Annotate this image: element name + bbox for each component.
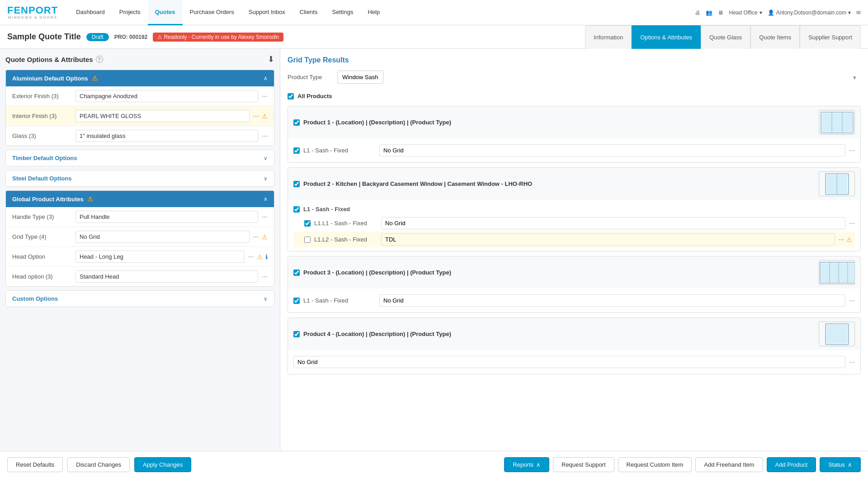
tab-supplier-support[interactable]: Supplier Support: [800, 25, 861, 49]
tab-quote-items[interactable]: Quote Items: [750, 25, 800, 49]
mail-icon[interactable]: ✉: [856, 9, 861, 16]
add-product-button[interactable]: Add Product: [767, 457, 816, 472]
svg-rect-3: [843, 113, 852, 132]
p4-menu-btn[interactable]: ···: [849, 358, 855, 366]
accordion-aluminium: Aluminium Default Options ⚠ ∧ Exterior F…: [5, 70, 274, 146]
apply-changes-button[interactable]: Apply Changes: [134, 457, 191, 472]
p1-l1-checkbox[interactable]: [293, 147, 300, 154]
all-products-checkbox[interactable]: [288, 93, 294, 99]
exterior-finish-menu-btn[interactable]: ···: [262, 92, 268, 100]
monitor-icon[interactable]: 🖥: [718, 9, 723, 16]
p2-l1l1-checkbox[interactable]: [304, 220, 311, 227]
p3-l1-checkbox[interactable]: [293, 298, 300, 304]
top-nav: FENPORT WINDOWS & DOORS Dashboard Projec…: [0, 0, 868, 25]
sash-row-p2-l1: L1 - Sash - Fixed: [293, 204, 855, 215]
head-office-selector[interactable]: Head Office ▾: [729, 9, 762, 16]
grid-type-value[interactable]: No Grid: [75, 231, 250, 243]
accordion-global-body: Handle Type (3) Pull Handle ··· Grid Typ…: [6, 207, 274, 286]
quote-readonly-warning: ⚠ Readonly - Currently in use by Alexey …: [153, 33, 283, 42]
help-icon[interactable]: ?: [96, 56, 103, 63]
sash-row-p2-l1l2: L1.L2 - Sash - Fixed ··· ⚠: [293, 232, 855, 247]
p1-l1-value[interactable]: [379, 144, 845, 156]
request-custom-item-button[interactable]: Request Custom Item: [618, 457, 692, 472]
product-4-thumbnail: [819, 322, 855, 346]
timber-chevron: ∨: [264, 155, 268, 161]
head-option-3-value[interactable]: Standard Head: [75, 270, 258, 283]
nav-projects[interactable]: Projects: [112, 0, 148, 25]
nav-dashboard[interactable]: Dashboard: [69, 0, 112, 25]
discard-changes-button[interactable]: Discard Changes: [67, 457, 130, 472]
tab-options-attributes[interactable]: Options & Attributes: [632, 25, 701, 49]
nav-purchase-orders[interactable]: Purchase Orders: [183, 0, 241, 25]
nav-quotes[interactable]: Quotes: [148, 0, 183, 25]
grid-type-menu-btn[interactable]: ···: [253, 233, 259, 241]
handle-type-actions: ···: [262, 213, 268, 221]
users-icon[interactable]: 👥: [706, 9, 712, 16]
interior-finish-menu-btn[interactable]: ···: [253, 112, 259, 120]
accordion-custom-header[interactable]: Custom Options ∨: [6, 291, 274, 307]
head-option-actions: ··· ⚠ ℹ: [248, 253, 268, 261]
p2-l1l2-value[interactable]: [381, 233, 835, 246]
p3-l1-label: L1 - Sash - Fixed: [303, 297, 376, 304]
interior-finish-value[interactable]: PEARL WHITE GLOSS: [75, 110, 250, 122]
quote-pro-number: PRO: 000192: [114, 34, 147, 40]
product-4-checkbox[interactable]: [293, 331, 300, 337]
p2-l1l2-checkbox[interactable]: [304, 237, 311, 243]
status-label: Status: [828, 461, 845, 468]
quote-tabs: Information Options & Attributes Quote G…: [585, 25, 861, 49]
print-icon[interactable]: 🖨: [695, 9, 700, 16]
p3-l1-value[interactable]: [379, 294, 845, 307]
product-3-checkbox[interactable]: [293, 270, 300, 276]
add-freehand-item-button[interactable]: Add Freehand Item: [695, 457, 763, 472]
product-type-label: Product Type: [288, 74, 333, 80]
accordion-timber-label: Timber Default Options: [12, 155, 77, 161]
p2-l1l1-menu-btn[interactable]: ···: [849, 219, 855, 227]
attr-row-interior-finish: Interior Finish (3) PEARL WHITE GLOSS ··…: [6, 106, 274, 126]
p2-l1l2-warn-icon: ⚠: [846, 236, 852, 243]
p3-l1-menu-btn[interactable]: ···: [849, 297, 855, 305]
exterior-finish-label: Exterior Finish (3): [12, 93, 75, 99]
tab-information[interactable]: Information: [585, 25, 632, 49]
product-2-checkbox[interactable]: [293, 181, 300, 187]
p2-l1-checkbox[interactable]: [293, 206, 300, 213]
bottom-right-buttons: Reports ∧ Request Support Request Custom…: [504, 457, 861, 472]
request-support-button[interactable]: Request Support: [553, 457, 614, 472]
accordion-steel-header[interactable]: Steel Default Options ∨: [6, 170, 274, 186]
interior-finish-label: Interior Finish (3): [12, 113, 75, 119]
download-icon[interactable]: ⬇: [268, 54, 274, 64]
p2-l1l2-menu-btn[interactable]: ···: [839, 236, 844, 244]
reset-defaults-button[interactable]: Reset Defaults: [7, 457, 63, 472]
nav-clients[interactable]: Clients: [292, 0, 325, 25]
p1-l1-menu-btn[interactable]: ···: [849, 147, 855, 155]
p2-l1l1-value[interactable]: [381, 217, 845, 229]
user-menu[interactable]: 👤 Antony.Dotson@domain.com ▾: [768, 9, 851, 16]
svg-rect-12: [830, 263, 838, 282]
status-button[interactable]: Status ∧: [820, 457, 861, 472]
head-option-menu-btn[interactable]: ···: [248, 253, 254, 261]
head-option-3-menu-btn[interactable]: ···: [262, 273, 268, 281]
p4-value[interactable]: [293, 356, 845, 368]
tab-quote-glass[interactable]: Quote Glass: [701, 25, 750, 49]
product-3-thumbnail: [819, 260, 855, 285]
handle-type-value[interactable]: Pull Handle: [75, 211, 258, 223]
product-block-2: Product 2 - Kitchen | Backyard Casement …: [288, 167, 861, 251]
reports-chevron: ∧: [536, 461, 541, 468]
glass-menu-btn[interactable]: ···: [262, 132, 268, 140]
accordion-aluminium-header[interactable]: Aluminium Default Options ⚠ ∧: [6, 70, 274, 86]
svg-rect-11: [821, 263, 829, 282]
product-1-checkbox[interactable]: [293, 119, 300, 126]
nav-help[interactable]: Help: [360, 0, 387, 25]
product-type-select[interactable]: Window Sash: [337, 71, 383, 84]
sash-row-p1-l1: L1 - Sash - Fixed ···: [293, 142, 855, 159]
accordion-timber-header[interactable]: Timber Default Options ∨: [6, 150, 274, 166]
handle-type-menu-btn[interactable]: ···: [262, 213, 268, 221]
nav-settings[interactable]: Settings: [325, 0, 360, 25]
reports-button[interactable]: Reports ∧: [504, 457, 549, 472]
head-option-value[interactable]: Head - Long Leg: [75, 251, 245, 263]
accordion-global-header[interactable]: Global Product Attributes ⚠ ∧: [6, 191, 274, 207]
head-option-label: Head Option: [12, 253, 75, 260]
nav-support-inbox[interactable]: Support Inbox: [241, 0, 292, 25]
glass-value[interactable]: 1" insulated glass: [75, 130, 258, 142]
exterior-finish-value[interactable]: Champagne Anodized: [75, 90, 258, 102]
accordion-aluminium-label: Aluminium Default Options: [12, 75, 88, 82]
